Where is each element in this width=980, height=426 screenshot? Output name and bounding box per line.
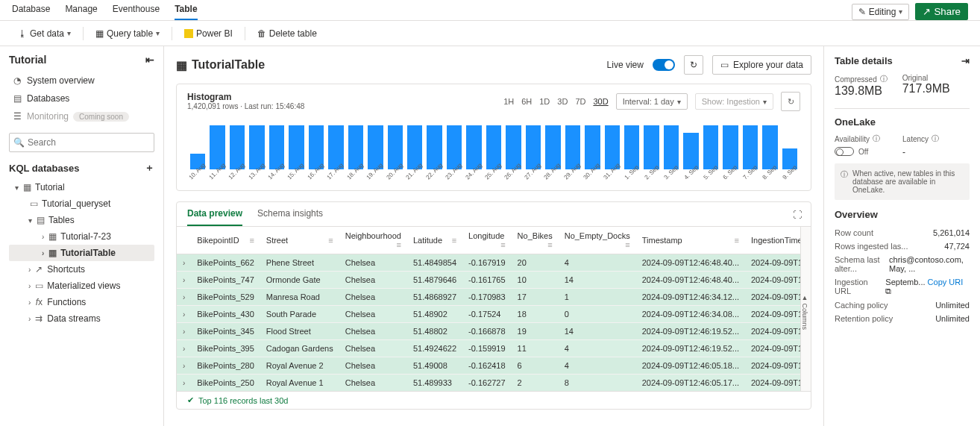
chart-bar-label: 22. Aug bbox=[424, 162, 444, 181]
refresh-button[interactable]: ↻ bbox=[684, 55, 703, 75]
column-header[interactable]: Latitude ≡ bbox=[407, 227, 462, 254]
cell: Royal Avenue 2 bbox=[260, 357, 339, 375]
histogram-chart: 10. Aug11. Aug12. Aug13. Aug14. Aug15. A… bbox=[187, 117, 800, 169]
column-header[interactable]: Neighbourhood ≡ bbox=[339, 227, 407, 254]
expand-row-icon[interactable]: › bbox=[177, 272, 191, 289]
table-row[interactable]: ›BikePoints_747Ormonde GateChelsea51.487… bbox=[177, 272, 800, 289]
column-header[interactable]: Timestamp ≡ bbox=[636, 227, 745, 254]
histogram-title: Histogram bbox=[187, 92, 304, 102]
info-icon[interactable]: ⓘ bbox=[880, 74, 888, 84]
tab-database[interactable]: Database bbox=[12, 4, 50, 20]
table-row[interactable]: ›BikePoints_430South ParadeChelsea51.489… bbox=[177, 306, 800, 323]
nav-label: Databases bbox=[27, 93, 69, 104]
panel-collapse-icon[interactable]: ⇤ bbox=[145, 54, 154, 66]
tree-queryset[interactable]: ▭ Tutorial_queryset bbox=[9, 195, 154, 212]
tab-eventhouse[interactable]: Eventhouse bbox=[113, 4, 160, 20]
tree-table-1[interactable]: › ▦ Tutorial-7-23 bbox=[9, 228, 154, 245]
share-button[interactable]: ↗ Share bbox=[915, 3, 968, 20]
expand-row-icon[interactable]: › bbox=[177, 357, 191, 375]
expand-row-icon[interactable]: › bbox=[177, 254, 191, 272]
range-1h[interactable]: 1H bbox=[503, 97, 514, 106]
nav-databases[interactable]: ▤ Databases bbox=[9, 90, 154, 107]
chart-bar-label: 19. Aug bbox=[365, 162, 385, 181]
tree-tables[interactable]: ▾ ▤ Tables bbox=[9, 212, 154, 228]
copy-uri-link[interactable]: Copy URI bbox=[928, 278, 964, 286]
range-6h[interactable]: 6H bbox=[521, 97, 532, 106]
function-icon: fx bbox=[34, 297, 44, 307]
tree-data-streams[interactable]: › ⇉ Data streams bbox=[9, 310, 154, 327]
expand-row-icon[interactable]: › bbox=[177, 340, 191, 357]
tab-schema-insights[interactable]: Schema insights bbox=[257, 202, 323, 226]
chart-bar-label: 21. Aug bbox=[405, 162, 424, 181]
info-icon[interactable]: ⓘ bbox=[932, 134, 939, 144]
chart-bar: 30. Aug bbox=[585, 125, 600, 169]
info-text: When active, new tables in this database… bbox=[852, 169, 964, 194]
live-view-toggle[interactable] bbox=[653, 59, 675, 71]
table-row[interactable]: ›BikePoints_529Manresa RoadChelsea51.486… bbox=[177, 289, 800, 306]
delete-table-button[interactable]: 🗑 Delete table bbox=[251, 25, 323, 42]
onelake-title: OneLake bbox=[835, 116, 970, 128]
chart-bar-label: 14. Aug bbox=[266, 162, 286, 181]
get-data-button[interactable]: ⭳ Get data ▾ bbox=[12, 25, 77, 42]
range-30d[interactable]: 30D bbox=[593, 97, 608, 106]
tree-shortcuts[interactable]: › ↗ Shortcuts bbox=[9, 261, 154, 278]
power-bi-button[interactable]: Power BI bbox=[178, 25, 239, 42]
right-panel: Table details ⇥ Compressed ⓘ 139.8MB Ori… bbox=[823, 46, 980, 426]
expand-button[interactable]: ⛶ bbox=[793, 210, 802, 220]
cell: 2024-09-09T12:46:19.52... bbox=[636, 340, 745, 357]
tree-table-2[interactable]: › ▦ TutorialTable bbox=[9, 245, 154, 261]
tab-data-preview[interactable]: Data preview bbox=[187, 202, 242, 226]
range-3d[interactable]: 3D bbox=[557, 97, 568, 106]
cell: BikePoints_395 bbox=[191, 340, 260, 357]
add-database-button[interactable]: ＋ bbox=[145, 161, 154, 175]
expand-row-icon[interactable]: › bbox=[177, 289, 191, 306]
chart-bar: 16. Aug bbox=[309, 125, 324, 169]
cell: BikePoints_280 bbox=[191, 357, 260, 375]
chevron-right-icon: › bbox=[42, 233, 44, 241]
share-label: Share bbox=[934, 6, 961, 17]
chart-bar-label: 11. Aug bbox=[207, 162, 227, 181]
copy-icon[interactable]: ⧉ bbox=[885, 286, 891, 295]
search-input[interactable] bbox=[9, 133, 154, 152]
column-header[interactable]: No_Empty_Docks ≡ bbox=[559, 227, 636, 254]
chart-bar-label: 20. Aug bbox=[385, 162, 404, 181]
show-label: Show: Ingestion bbox=[702, 97, 760, 106]
column-header[interactable]: Street ≡ bbox=[260, 227, 339, 254]
interval-button[interactable]: Interval: 1 day ▾ bbox=[616, 93, 688, 110]
column-header[interactable]: IngestionTime ≡ bbox=[745, 227, 800, 254]
column-header[interactable]: Longitude ≡ bbox=[462, 227, 512, 254]
table-row[interactable]: ›BikePoints_250Royal Avenue 1Chelsea51.4… bbox=[177, 375, 800, 392]
tab-manage[interactable]: Manage bbox=[65, 4, 97, 20]
panel-expand-icon[interactable]: ⇥ bbox=[961, 55, 970, 66]
column-header[interactable]: No_Bikes ≡ bbox=[512, 227, 559, 254]
expand-row-icon[interactable]: › bbox=[177, 375, 191, 392]
table-row[interactable]: ›BikePoints_395Cadogan GardensChelsea51.… bbox=[177, 340, 800, 357]
table-row[interactable]: ›BikePoints_345Flood StreetChelsea51.488… bbox=[177, 323, 800, 340]
availability-toggle[interactable] bbox=[835, 147, 854, 156]
chart-bar: 10. Aug bbox=[190, 154, 205, 169]
query-table-button[interactable]: ▦ Query table ▾ bbox=[89, 25, 166, 42]
cell: -0.162418 bbox=[462, 357, 512, 375]
info-icon[interactable]: ⓘ bbox=[873, 134, 880, 144]
expand-row-icon[interactable]: › bbox=[177, 323, 191, 340]
column-header[interactable]: BikepointID ≡ bbox=[191, 227, 260, 254]
tree-label: Data streams bbox=[47, 313, 100, 324]
editing-button[interactable]: ✎ Editing ▾ bbox=[852, 4, 910, 20]
range-7d[interactable]: 7D bbox=[575, 97, 585, 106]
tab-table[interactable]: Table bbox=[175, 4, 197, 20]
range-1d[interactable]: 1D bbox=[539, 97, 550, 106]
tree-mat-views[interactable]: › ▭ Materialized views bbox=[9, 278, 154, 294]
cell: 2024-09-09T12:46:05.18... bbox=[636, 357, 745, 375]
cell: 2024-09-09T12:46:48.40... bbox=[636, 272, 745, 289]
cell: 8 bbox=[559, 375, 636, 392]
columns-sidebar[interactable]: ▲ Columns bbox=[800, 227, 811, 391]
cell: 2024-09-09T12:46:34.12... bbox=[636, 289, 745, 306]
chart-refresh-button[interactable]: ↻ bbox=[781, 92, 800, 111]
table-row[interactable]: ›BikePoints_280Royal Avenue 2Chelsea51.4… bbox=[177, 357, 800, 375]
tree-functions[interactable]: › fx Functions bbox=[9, 294, 154, 310]
table-row[interactable]: ›BikePoints_662Phene StreetChelsea51.484… bbox=[177, 254, 800, 272]
nav-system-overview[interactable]: ◔ System overview bbox=[9, 72, 154, 90]
expand-row-icon[interactable]: › bbox=[177, 306, 191, 323]
explore-data-button[interactable]: ▭ Explore your data bbox=[712, 55, 811, 75]
tree-root-tutorial[interactable]: ▾ ▦ Tutorial bbox=[9, 179, 154, 195]
